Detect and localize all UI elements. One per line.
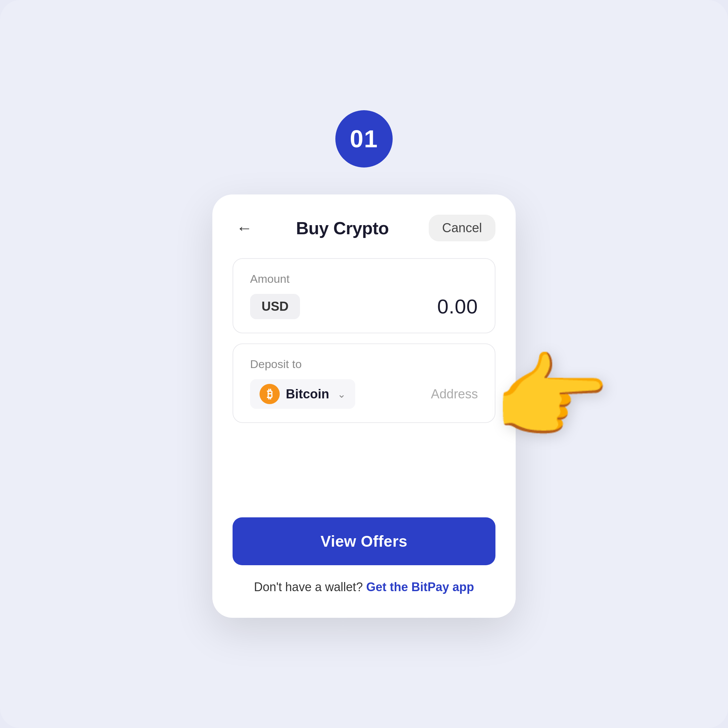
phone-card: ← Buy Crypto Cancel Amount USD 0.00 Depo… (213, 194, 515, 618)
bitcoin-selector[interactable]: ₿ Bitcoin ⌄ (250, 379, 355, 409)
amount-value[interactable]: 0.00 (437, 295, 478, 318)
amount-row: USD 0.00 (250, 294, 478, 319)
bitcoin-symbol: ₿ (267, 388, 273, 401)
back-icon: ← (236, 220, 252, 236)
page-title: Buy Crypto (296, 218, 388, 238)
content-spacer (232, 450, 496, 517)
view-offers-button[interactable]: View Offers (232, 517, 496, 565)
page-container: 01 ← Buy Crypto Cancel Amount USD 0.00 (0, 0, 728, 728)
currency-badge[interactable]: USD (250, 294, 300, 319)
back-button[interactable]: ← (232, 216, 256, 240)
phone-header: ← Buy Crypto Cancel (232, 215, 496, 241)
cancel-button[interactable]: Cancel (429, 215, 496, 241)
bitcoin-icon: ₿ (260, 384, 280, 404)
footer-text: Don't have a wallet? Get the BitPay app (232, 580, 496, 594)
footer-link[interactable]: Get the BitPay app (366, 580, 474, 594)
step-badge: 01 (335, 110, 393, 168)
address-placeholder[interactable]: Address (431, 387, 478, 401)
deposit-label: Deposit to (250, 358, 478, 371)
step-number: 01 (350, 125, 378, 153)
deposit-card: Deposit to ₿ Bitcoin ⌄ Address (232, 343, 496, 423)
footer-static: Don't have a wallet? (254, 580, 362, 594)
chevron-down-icon: ⌄ (337, 388, 346, 400)
bitcoin-label: Bitcoin (286, 387, 329, 401)
amount-label: Amount (250, 272, 478, 286)
amount-card: Amount USD 0.00 (232, 258, 496, 333)
phone-wrapper: ← Buy Crypto Cancel Amount USD 0.00 Depo… (213, 194, 515, 618)
deposit-row: ₿ Bitcoin ⌄ Address (250, 379, 478, 409)
